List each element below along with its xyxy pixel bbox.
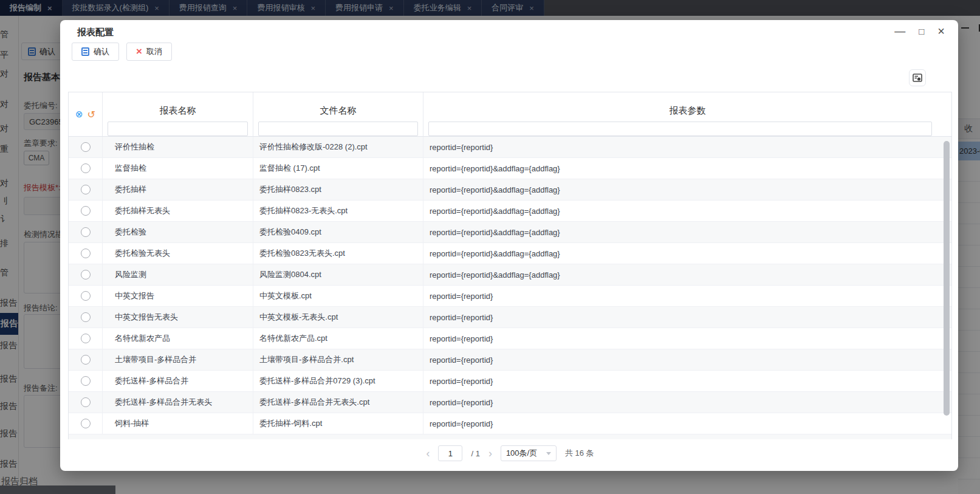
dialog-toolbar: 确认 × 取消 (72, 43, 172, 61)
table-row[interactable]: 中英文报告无表头 中英文模板-无表头.cpt reportid={reporti… (69, 307, 951, 328)
report-params-cell: reportid={reportid} (423, 349, 951, 370)
column-title: 报表参数 (423, 92, 951, 118)
file-name-cell: 委托抽样0823-无表头.cpt (253, 201, 423, 221)
table-row[interactable]: 评价性抽检 评价性抽检修改版-0228 (2).cpt reportid={re… (69, 137, 951, 158)
report-name-cell: 中英文报告无表头 (103, 307, 253, 328)
row-radio[interactable] (81, 270, 91, 280)
file-name-cell: 风险监测0804.cpt (253, 264, 423, 285)
page-size-select[interactable]: 100条/页 (501, 445, 557, 461)
row-radio[interactable] (81, 227, 91, 237)
confirm-button-label: 确认 (94, 46, 109, 57)
row-radio[interactable] (81, 249, 91, 258)
file-name-filter-input[interactable] (258, 122, 418, 136)
column-settings-button[interactable] (909, 69, 926, 86)
report-params-cell: reportid={reportid}&addflag={addflag} (423, 222, 951, 242)
header-report-name: 报表名称 (103, 92, 253, 136)
report-name-cell: 中英文报告 (103, 286, 253, 306)
column-title: 文件名称 (253, 92, 423, 118)
report-params-cell: reportid={reportid}&addflag={addflag} (423, 201, 951, 221)
table-row[interactable]: 土壤带项目-多样品合并 土壤带项目-多样品合并.cpt reportid={re… (69, 349, 951, 371)
file-name-cell: 委托抽样-饲料.cpt (253, 413, 423, 434)
report-params-cell: reportid={reportid} (423, 392, 951, 413)
report-config-dialog: 报表配置 — □ × 确认 × 取消 (60, 20, 958, 471)
row-radio[interactable] (81, 397, 91, 407)
page-number-input[interactable] (438, 445, 462, 461)
maximize-icon[interactable]: □ (919, 26, 924, 36)
row-radio[interactable] (81, 206, 91, 216)
report-params-cell: reportid={reportid}&addflag={addflag} (423, 179, 951, 200)
dialog-title: 报表配置 (77, 27, 114, 38)
row-radio[interactable] (81, 376, 91, 386)
table-row[interactable]: 委托检验无表头 委托检验0823无表头.cpt reportid={report… (69, 243, 951, 264)
report-name-cell: 委托送样-多样品合并无表头 (103, 392, 253, 413)
table-settings-icon (913, 73, 922, 83)
table-row[interactable]: 委托检验 委托检验0409.cpt reportid={reportid}&ad… (69, 222, 951, 243)
total-pages-label: / 1 (471, 449, 479, 458)
cancel-x-icon: × (136, 47, 142, 56)
header-report-params: 报表参数 (423, 92, 951, 136)
report-name-cell: 名特优新农产品 (103, 328, 253, 349)
confirm-button[interactable]: 确认 (72, 43, 119, 61)
row-radio[interactable] (81, 334, 91, 343)
report-params-cell: reportid={reportid}&addflag={addflag} (423, 158, 951, 179)
report-params-filter-input[interactable] (428, 122, 932, 136)
report-params-cell: reportid={reportid}&addflag={addflag} (423, 264, 951, 285)
partial-row (69, 434, 951, 439)
report-params-cell: reportid={reportid} (423, 137, 951, 157)
table-row[interactable]: 监督抽检 监督抽检 (17).cpt reportid={reportid}&a… (69, 158, 951, 179)
row-radio[interactable] (81, 355, 91, 365)
table-body: 评价性抽检 评价性抽检修改版-0228 (2).cpt reportid={re… (69, 137, 951, 434)
cancel-button[interactable]: × 取消 (126, 43, 172, 61)
report-name-cell: 风险监测 (103, 264, 253, 285)
row-radio[interactable] (81, 163, 91, 173)
file-name-cell: 土壤带项目-多样品合并.cpt (253, 349, 423, 370)
report-name-cell: 委托送样-多样品合并 (103, 371, 253, 391)
row-radio[interactable] (81, 312, 91, 322)
screen: 管平对对对重对刂讠排管报告报告报告报告报告报告报告 确认 报告基本 委托编号: … (0, 0, 980, 494)
report-name-filter-input[interactable] (108, 122, 248, 136)
next-page-icon[interactable]: › (488, 448, 492, 459)
prev-page-icon[interactable]: ‹ (426, 448, 430, 459)
table-row[interactable]: 委托抽样无表头 委托抽样0823-无表头.cpt reportid={repor… (69, 201, 951, 222)
pagination-bar: ‹ / 1 › 100条/页 共 16 条 (68, 443, 952, 464)
scrollbar-thumb[interactable] (944, 141, 950, 416)
table-scrollbar[interactable] (943, 140, 950, 435)
file-name-cell: 委托检验0823无表头.cpt (253, 243, 423, 264)
report-name-cell: 委托抽样 (103, 179, 253, 200)
report-name-cell: 监督抽检 (103, 158, 253, 179)
table-row[interactable]: 风险监测 风险监测0804.cpt reportid={reportid}&ad… (69, 264, 951, 286)
table-row[interactable]: 中英文报告 中英文模板.cpt reportid={reportid} (69, 286, 951, 307)
table-row[interactable]: 饲料-抽样 委托抽样-饲料.cpt reportid={reportid} (69, 413, 951, 434)
report-params-cell: reportid={reportid}&addflag={addflag} (423, 243, 951, 264)
report-name-cell: 委托检验 (103, 222, 253, 242)
row-radio[interactable] (81, 291, 91, 301)
table-row[interactable]: 名特优新农产品 名特优新农产品.cpt reportid={reportid} (69, 328, 951, 349)
minimize-icon[interactable]: — (894, 27, 905, 35)
file-name-cell: 委托送样-多样品合并无表头.cpt (253, 392, 423, 413)
confirm-doc-icon (81, 47, 89, 56)
page-size-value: 100条/页 (506, 448, 537, 459)
total-count-label: 共 16 条 (565, 448, 594, 459)
report-name-cell: 饲料-抽样 (103, 413, 253, 434)
chevron-down-icon (546, 452, 551, 455)
report-params-cell: reportid={reportid} (423, 413, 951, 434)
row-radio[interactable] (81, 142, 91, 152)
row-radio[interactable] (81, 185, 91, 194)
file-name-cell: 名特优新农产品.cpt (253, 328, 423, 349)
report-params-cell: reportid={reportid} (423, 286, 951, 306)
close-icon[interactable]: × (937, 26, 945, 36)
header-actions-cell: ⊗ ↺ (69, 92, 103, 136)
table-row[interactable]: 委托送样-多样品合并 委托送样-多样品合并0729 (3).cpt report… (69, 371, 951, 392)
header-file-name: 文件名称 (253, 92, 423, 136)
row-radio[interactable] (81, 419, 91, 428)
dialog-window-controls: — □ × (894, 25, 945, 37)
table-row[interactable]: 委托送样-多样品合并无表头 委托送样-多样品合并无表头.cpt reportid… (69, 392, 951, 413)
file-name-cell: 委托抽样0823.cpt (253, 179, 423, 200)
clear-filter-icon[interactable]: ⊗ (75, 109, 83, 120)
table-row[interactable]: 委托抽样 委托抽样0823.cpt reportid={reportid}&ad… (69, 179, 951, 201)
reset-filter-icon[interactable]: ↺ (87, 109, 95, 120)
report-name-cell: 评价性抽检 (103, 137, 253, 157)
table-header: ⊗ ↺ 报表名称 文件名称 报表参数 (69, 92, 951, 137)
file-name-cell: 中英文模板.cpt (253, 286, 423, 306)
file-name-cell: 委托检验0409.cpt (253, 222, 423, 242)
